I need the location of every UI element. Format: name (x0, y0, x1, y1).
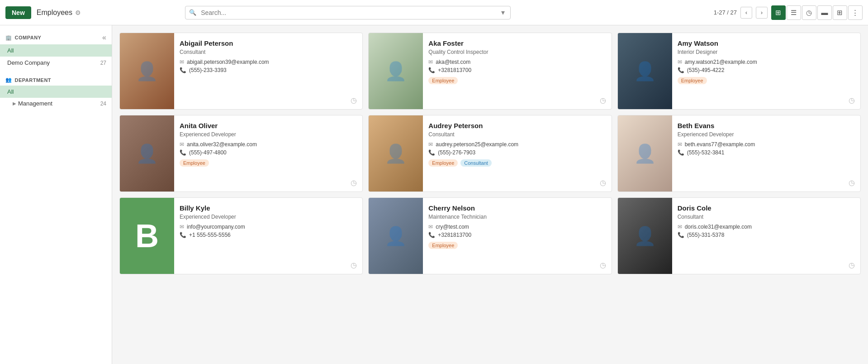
phone-icon: 📞 (180, 232, 186, 238)
settings-icon[interactable]: ⚙ (75, 9, 81, 16)
tree-view-button[interactable]: ⋮ (848, 5, 863, 20)
employee-role: Experienced Developer (180, 131, 357, 138)
employee-phone: 📞 +1 555-555-5556 (180, 232, 357, 238)
employee-info: Anita Oliver Experienced Developer ✉ ani… (174, 115, 362, 192)
employee-card-beth-evans[interactable]: 👤 Beth Evans Experienced Developer ✉ bet… (617, 115, 861, 192)
table-view-button[interactable]: ⊞ (833, 5, 847, 20)
kanban-view-button[interactable]: ⊞ (771, 5, 786, 20)
employee-role: Quality Control Inspector (428, 49, 606, 55)
employee-info: Audrey Peterson Consultant ✉ audrey.pete… (423, 115, 611, 192)
sidebar-item-demo-company[interactable]: Demo Company 27 (0, 57, 112, 69)
employee-phone: 📞 (555)-276-7903 (428, 149, 606, 156)
email-icon: ✉ (428, 224, 433, 230)
employee-tags: Employee (678, 77, 855, 84)
chevron-right-icon: ▶ (13, 101, 16, 106)
employee-photo: 👤 (120, 33, 174, 109)
phone-icon: 📞 (428, 232, 435, 238)
page-title-area: Employees ⚙ (37, 9, 81, 17)
phone-icon: 📞 (180, 67, 186, 73)
search-dropdown-button[interactable]: ▾ (499, 8, 507, 17)
page-title: Employees (37, 9, 72, 17)
bar-view-button[interactable]: ▬ (817, 5, 832, 20)
activity-clock-icon[interactable]: ◷ (351, 261, 357, 269)
employee-info: Amy Watson Interior Designer ✉ amy.watso… (672, 33, 860, 109)
activity-clock-icon[interactable]: ◷ (600, 178, 606, 187)
activity-clock-icon[interactable]: ◷ (849, 96, 855, 105)
tag-employee: Employee (428, 77, 458, 84)
pagination-label: 1-27 / 27 (714, 9, 737, 16)
employee-email: ✉ doris.cole31@example.com (678, 224, 855, 230)
email-icon: ✉ (428, 59, 433, 65)
employee-info: Abigail Peterson Consultant ✉ abigail.pe… (174, 33, 362, 109)
sidebar: 🏢 COMPANY « All Demo Company 27 👥 DEPART… (0, 25, 112, 364)
sidebar-item-management[interactable]: ▶ Management 24 (0, 98, 112, 109)
email-icon: ✉ (678, 59, 682, 65)
employee-photo: 👤 (618, 198, 672, 274)
employee-tags: EmployeeConsultant (428, 159, 606, 167)
employee-phone: 📞 (555)-233-3393 (180, 67, 357, 73)
department-section-title: 👥 DEPARTMENT (5, 77, 51, 83)
employee-card-billy-kyle[interactable]: B Billy Kyle Experienced Developer ✉ inf… (119, 197, 363, 274)
employee-role: Experienced Developer (180, 214, 357, 220)
employee-role: Consultant (428, 131, 606, 138)
email-icon: ✉ (678, 224, 682, 230)
company-section-title: 🏢 COMPANY (5, 35, 41, 41)
employee-role: Consultant (180, 49, 357, 55)
employee-phone: 📞 (535)-495-4222 (678, 67, 855, 73)
activity-clock-icon[interactable]: ◷ (600, 261, 606, 269)
new-button[interactable]: New (5, 6, 31, 19)
employee-name: Beth Evans (678, 122, 855, 129)
email-icon: ✉ (180, 141, 184, 148)
employee-card-cherry-nelson[interactable]: 👤 Cherry Nelson Maintenance Technician ✉… (368, 197, 612, 274)
tag-employee: Employee (428, 242, 458, 249)
employee-info: Doris Cole Consultant ✉ doris.cole31@exa… (672, 198, 860, 274)
demo-company-label: Demo Company (7, 59, 50, 66)
company-icon: 🏢 (5, 35, 12, 41)
employee-phone: 📞 (555)-532-3841 (678, 149, 855, 156)
demo-company-count: 27 (100, 60, 106, 66)
view-toggle-group: ⊞ ☰ ◷ ▬ ⊞ ⋮ (771, 5, 863, 20)
employee-name: Amy Watson (678, 39, 855, 47)
collapse-button[interactable]: « (102, 34, 106, 42)
company-section-header: 🏢 COMPANY « (0, 31, 112, 44)
activity-clock-icon[interactable]: ◷ (351, 178, 357, 187)
employee-card-abigail-peterson[interactable]: 👤 Abigail Peterson Consultant ✉ abigail.… (119, 33, 363, 110)
employee-info: Beth Evans Experienced Developer ✉ beth.… (672, 115, 860, 192)
employee-name: Audrey Peterson (428, 122, 606, 129)
activity-clock-icon[interactable]: ◷ (600, 96, 606, 105)
employee-photo: 👤 (120, 115, 174, 192)
employee-card-audrey-peterson[interactable]: 👤 Audrey Peterson Consultant ✉ audrey.pe… (368, 115, 612, 192)
phone-icon: 📞 (678, 149, 684, 156)
employee-phone: 📞 (555)-331-5378 (678, 232, 855, 238)
department-icon: 👥 (5, 77, 12, 83)
search-input[interactable] (199, 6, 499, 19)
next-page-button[interactable]: › (756, 7, 768, 19)
tag-employee: Employee (180, 159, 209, 167)
email-icon: ✉ (180, 59, 184, 65)
employee-photo: 👤 (618, 33, 672, 109)
clock-view-button[interactable]: ◷ (802, 5, 816, 20)
list-view-button[interactable]: ☰ (787, 5, 801, 20)
employee-card-anita-oliver[interactable]: 👤 Anita Oliver Experienced Developer ✉ a… (119, 115, 363, 192)
phone-icon: 📞 (428, 67, 435, 73)
employee-card-doris-cole[interactable]: 👤 Doris Cole Consultant ✉ doris.cole31@e… (617, 197, 861, 274)
sidebar-item-all-dept[interactable]: All (0, 86, 112, 98)
prev-page-button[interactable]: ‹ (740, 7, 752, 19)
employee-photo: 👤 (369, 33, 423, 109)
employee-photo: 👤 (369, 198, 423, 274)
activity-clock-icon[interactable]: ◷ (351, 96, 357, 105)
search-icon: 🔍 (189, 9, 196, 16)
employee-phone: 📞 +3281813700 (428, 67, 606, 73)
phone-icon: 📞 (180, 149, 186, 156)
employee-photo: 👤 (618, 115, 672, 192)
activity-clock-icon[interactable]: ◷ (849, 261, 855, 269)
employee-tags: Employee (180, 159, 357, 167)
employee-name: Billy Kyle (180, 204, 357, 212)
employee-card-amy-watson[interactable]: 👤 Amy Watson Interior Designer ✉ amy.wat… (617, 33, 861, 110)
sidebar-item-all-company[interactable]: All (0, 44, 112, 57)
employee-role: Interior Designer (678, 49, 855, 55)
activity-clock-icon[interactable]: ◷ (849, 178, 855, 187)
employee-tags: Employee (428, 77, 606, 84)
employee-card-aka-foster[interactable]: 👤 Aka Foster Quality Control Inspector ✉… (368, 33, 612, 110)
employee-email: ✉ amy.watson21@example.com (678, 59, 855, 65)
